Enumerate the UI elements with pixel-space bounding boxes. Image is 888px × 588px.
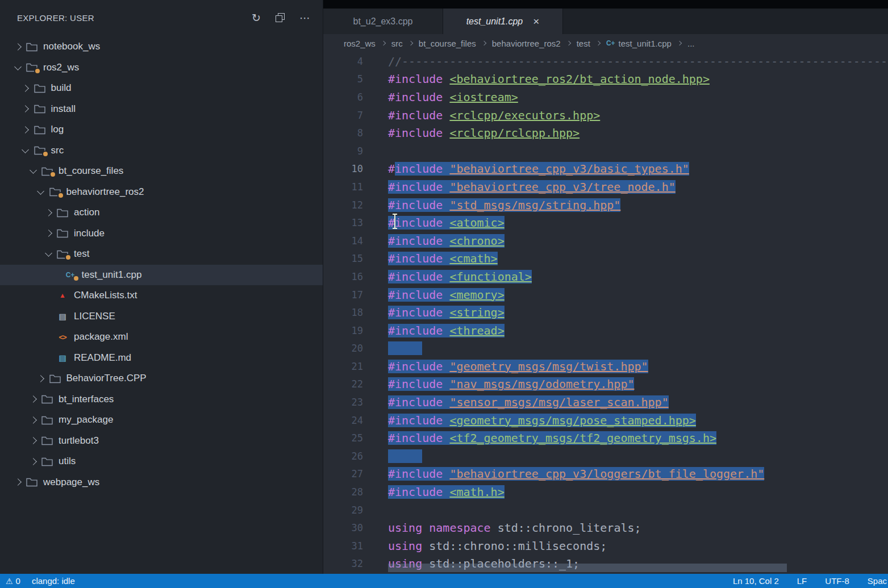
code-line[interactable]: 11#include "behaviortree_cpp_v3/tree_nod… [323,178,888,196]
line-number[interactable]: 10 [323,163,363,174]
breadcrumb-item[interactable]: C+test_unit1.cpp [606,39,672,48]
tree-item-my-package[interactable]: my_package [0,410,323,431]
line-number[interactable]: 22 [323,378,363,390]
code-line[interactable]: 28#include <math.h> [323,483,888,501]
breadcrumb-item[interactable]: ... [687,39,695,48]
tree-item-test[interactable]: test [0,244,323,265]
code-line[interactable]: 29 [323,501,888,519]
chevron-right-icon[interactable] [10,479,25,485]
chevron-right-icon[interactable] [41,231,56,236]
code-line[interactable]: 8#include <rclcpp/rclcpp.hpp> [323,124,888,142]
line-number[interactable]: 8 [323,127,363,139]
refresh-icon[interactable]: ↻ [252,12,261,23]
clangd-status[interactable]: clangd: idle [32,576,75,586]
tree-item-license[interactable]: ▤LICENSE [0,306,323,327]
code-line[interactable]: 22#include "nav_msgs/msg/odometry.hpp" [323,376,888,394]
tree-item-turtlebot3[interactable]: turtlebot3 [0,431,323,452]
chevron-right-icon[interactable] [18,86,33,91]
line-number[interactable]: 29 [323,504,363,516]
tab-test_unit1-cpp[interactable]: test_unit1.cpp × [443,9,563,34]
tree-item-cmakelists-txt[interactable]: ▲CMakeLists.txt [0,285,323,306]
tree-item-bt-course-files[interactable]: bt_course_files [0,161,323,182]
tree-item-install[interactable]: install [0,99,323,120]
chevron-down-icon[interactable] [34,190,48,194]
line-number[interactable]: 30 [323,522,363,533]
line-number[interactable]: 11 [323,181,363,193]
chevron-right-icon[interactable] [26,438,40,443]
indentation-indicator[interactable]: Spac [868,576,887,586]
line-number[interactable]: 15 [323,253,363,264]
chevron-down-icon[interactable] [41,252,56,256]
code-line[interactable]: 9 [323,142,888,160]
line-number[interactable]: 6 [323,91,363,103]
code-line[interactable]: 26 [323,447,888,465]
chevron-right-icon[interactable] [26,397,40,402]
code-line[interactable]: 21#include "geometry_msgs/msg/twist.hpp" [323,357,888,376]
chevron-right-icon[interactable] [18,106,33,111]
tree-item-bt-interfaces[interactable]: bt_interfaces [0,389,323,410]
line-number[interactable]: 21 [323,361,363,372]
line-number[interactable]: 7 [323,110,363,121]
code-line[interactable]: 24#include <geometry_msgs/msg/pose_stamp… [323,411,888,429]
line-number[interactable]: 9 [323,145,363,157]
collapse-folders-icon[interactable] [276,13,285,22]
chevron-down-icon[interactable] [26,169,40,173]
breadcrumb-item[interactable]: behaviortree_ros2 [492,39,561,48]
code-editor[interactable]: 4//-------------------------------------… [323,52,888,574]
code-line[interactable]: 13#include <atomic> [323,214,888,232]
tree-item-webpage-ws[interactable]: webpage_ws [0,472,323,493]
tree-item-notebook-ws[interactable]: notebook_ws [0,36,323,57]
breadcrumb-item[interactable]: src [391,39,403,48]
chevron-right-icon[interactable] [34,376,48,381]
line-number[interactable]: 18 [323,307,363,318]
cursor-position[interactable]: Ln 10, Col 2 [733,576,779,586]
code-line[interactable]: 4//-------------------------------------… [323,52,888,70]
code-line[interactable]: 19#include <thread> [323,322,888,340]
tree-item-behaviortree-cpp[interactable]: BehaviorTree.CPP [0,368,323,389]
chevron-right-icon[interactable] [10,44,25,49]
encoding-indicator[interactable]: UTF-8 [825,576,849,586]
code-line[interactable]: 14#include <chrono> [323,232,888,250]
code-line[interactable]: 20 [323,340,888,358]
breadcrumb-item[interactable]: ros2_ws [344,39,376,48]
tree-item-readme-md[interactable]: ▤README.md [0,348,323,369]
eol-indicator[interactable]: LF [797,576,807,586]
chevron-down-icon[interactable] [10,66,25,69]
code-line[interactable]: 10#include "behaviortree_cpp_v3/basic_ty… [323,160,888,178]
code-line[interactable]: 7#include <rclcpp/executors.hpp> [323,106,888,124]
line-number[interactable]: 17 [323,289,363,301]
code-line[interactable]: 17#include <memory> [323,286,888,304]
code-line[interactable]: 16#include <functional> [323,268,888,286]
line-number[interactable]: 20 [323,343,363,354]
more-actions-icon[interactable]: ⋯ [299,12,310,23]
code-line[interactable]: 27#include "behaviortree_cpp_v3/loggers/… [323,465,888,483]
code-line[interactable]: 12#include "std_msgs/msg/string.hpp" [323,196,888,214]
line-number[interactable]: 28 [323,486,363,498]
code-line[interactable]: 15#include <cmath> [323,250,888,268]
tree-item-behaviortree-ros2[interactable]: behaviortree_ros2 [0,182,323,203]
chevron-right-icon[interactable] [26,418,40,423]
line-number[interactable]: 14 [323,235,363,247]
line-number[interactable]: 12 [323,199,363,211]
code-line[interactable]: 25#include <tf2_geometry_msgs/tf2_geomet… [323,429,888,447]
tree-item-log[interactable]: log [0,119,323,140]
tree-item-test-unit1-cpp[interactable]: C+test_unit1.cpp [0,265,323,286]
line-number[interactable]: 26 [323,451,363,462]
line-number[interactable]: 24 [323,415,363,426]
line-number[interactable]: 23 [323,397,363,408]
code-line[interactable]: 31using std::chrono::milliseconds; [323,537,888,555]
code-line[interactable]: 6#include <iostream> [323,88,888,106]
tab-bt_u2_ex3-cpp[interactable]: bt_u2_ex3.cpp [323,9,443,34]
chevron-right-icon[interactable] [41,210,56,215]
chevron-right-icon[interactable] [26,459,40,464]
tree-item-ros2-ws[interactable]: ros2_ws [0,57,323,78]
problems-indicator[interactable]: ⚠ 0 [6,576,20,586]
tree-item-utils[interactable]: utils [0,451,323,472]
breadcrumb-item[interactable]: bt_course_files [419,39,476,48]
line-number[interactable]: 31 [323,540,363,552]
horizontal-scrollbar-thumb[interactable] [388,564,787,572]
chevron-down-icon[interactable] [18,149,33,152]
code-line[interactable]: 23#include "sensor_msgs/msg/laser_scan.h… [323,393,888,411]
line-number[interactable]: 16 [323,271,363,282]
tree-item-include[interactable]: include [0,223,323,244]
